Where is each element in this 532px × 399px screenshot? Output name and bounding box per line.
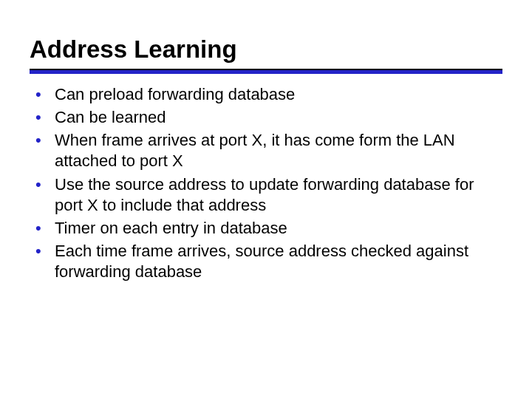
list-item: Can preload forwarding database xyxy=(30,84,502,105)
slide: Address Learning Can preload forwarding … xyxy=(0,0,532,314)
list-item: Each time frame arrives, source address … xyxy=(30,241,502,282)
list-item: Can be learned xyxy=(30,107,502,128)
slide-title: Address Learning xyxy=(30,35,502,66)
list-item: Timer on each entry in database xyxy=(30,218,502,239)
title-rule-blue xyxy=(30,70,502,74)
bullet-list: Can preload forwarding database Can be l… xyxy=(30,84,502,282)
list-item: When frame arrives at port X, it has com… xyxy=(30,130,502,171)
list-item: Use the source address to update forward… xyxy=(30,174,502,216)
